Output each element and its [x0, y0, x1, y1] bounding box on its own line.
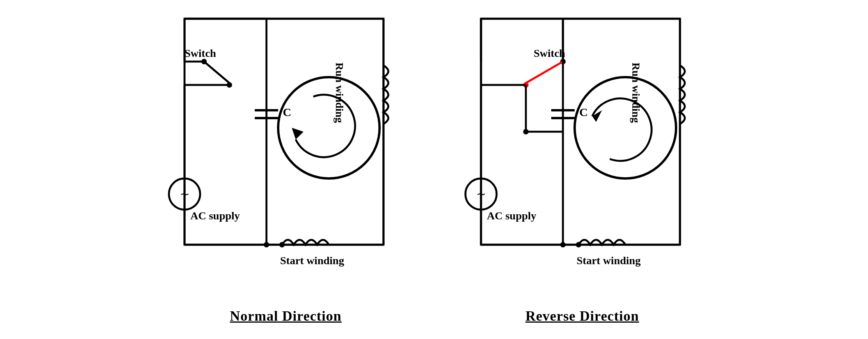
svg-point-20 — [278, 77, 380, 178]
main-container: Switch C — [161, 7, 707, 332]
svg-text:Start winding: Start winding — [577, 254, 641, 267]
normal-direction-title: Normal Direction — [230, 308, 341, 324]
svg-text:Switch: Switch — [185, 47, 216, 59]
svg-text:∼: ∼ — [179, 187, 189, 200]
normal-direction-block: Switch C — [161, 7, 411, 324]
svg-text:AC supply: AC supply — [190, 210, 240, 222]
svg-point-25 — [264, 242, 269, 247]
svg-point-16 — [279, 242, 285, 247]
svg-point-45 — [576, 242, 581, 247]
svg-point-49 — [575, 77, 676, 178]
normal-circuit: Switch C — [161, 7, 411, 301]
svg-text:AC supply: AC supply — [487, 210, 536, 222]
svg-text:C: C — [579, 106, 588, 118]
svg-text:Switch: Switch — [534, 47, 565, 59]
svg-text:∼: ∼ — [476, 187, 486, 200]
svg-marker-21 — [292, 128, 304, 139]
reverse-circuit: Switch C Start winding — [458, 7, 707, 301]
svg-line-5 — [204, 62, 229, 83]
svg-point-46 — [560, 242, 566, 247]
reverse-direction-block: Switch C Start winding — [458, 7, 707, 324]
svg-text:Start winding: Start winding — [280, 254, 344, 267]
reverse-direction-title: Reverse Direction — [525, 308, 639, 324]
svg-line-31 — [526, 62, 563, 83]
svg-text:Run winding: Run winding — [630, 63, 642, 123]
svg-text:Run winding: Run winding — [334, 63, 346, 123]
svg-text:C: C — [283, 106, 291, 118]
